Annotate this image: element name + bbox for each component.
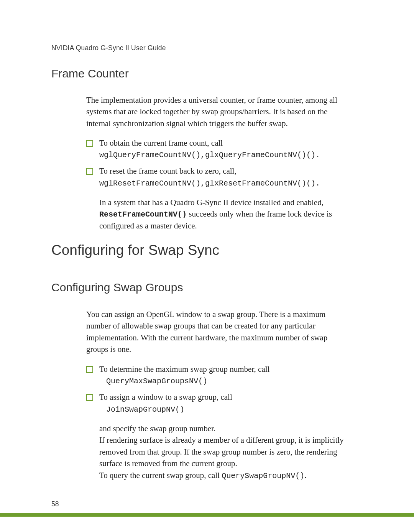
bullet-list: To determine the maximum swap group numb… (86, 363, 351, 415)
bullet-list: To obtain the current frame count, call … (86, 137, 351, 189)
list-item: To obtain the current frame count, call … (86, 137, 351, 161)
page-number-text: 58 (51, 500, 59, 508)
section2-bullets: To determine the maximum swap group numb… (86, 363, 351, 481)
bullet-text: To obtain the current frame count, call (99, 138, 223, 148)
page: NVIDIA Quadro G-Sync II User Guide Frame… (0, 0, 414, 532)
footer-accent-bar (0, 513, 414, 517)
heading-configuring-swap-groups: Configuring Swap Groups (51, 281, 183, 294)
list-item: To reset the frame count back to zero, c… (86, 165, 351, 189)
bullet-code: wglResetFrameCountNV(),glxResetFrameCoun… (99, 178, 351, 189)
heading-text: Configuring for Swap Sync (51, 242, 219, 258)
svg-rect-7 (87, 395, 92, 400)
section1-bullets: To obtain the current frame count, call … (86, 137, 351, 232)
heading-text: Configuring Swap Groups (51, 281, 183, 294)
tail-paragraph: and specify the swap group number. If re… (86, 423, 351, 481)
intro-paragraph: The implementation provides a universal … (86, 94, 351, 129)
tail-line-3-pre: To query the current swap group, call (99, 471, 222, 480)
heading-text: Frame Counter (51, 67, 129, 80)
checkbox-icon (86, 392, 93, 399)
section2-body: You can assign an OpenGL window to a swa… (86, 309, 351, 355)
svg-rect-1 (87, 141, 92, 146)
list-item: To determine the maximum swap group numb… (86, 363, 351, 387)
tail-line-2: If rendering surface is already a member… (99, 434, 351, 469)
note-text-pre: In a system that has a Quadro G-Sync II … (99, 198, 324, 207)
page-number: 58 (51, 500, 59, 508)
bullet-code: QueryMaxSwapGroupsNV() (99, 376, 351, 387)
intro-paragraph: You can assign an OpenGL window to a swa… (86, 309, 351, 355)
list-item: To assign a window to a swap group, call… (86, 391, 351, 415)
svg-rect-5 (87, 367, 92, 372)
bullet-text: To determine the maximum swap group numb… (99, 365, 269, 374)
section1-body: The implementation provides a universal … (86, 94, 351, 129)
tail-line-3-post: . (304, 471, 306, 480)
note-paragraph: In a system that has a Quadro G-Sync II … (86, 197, 351, 232)
checkbox-icon (86, 138, 93, 145)
tail-line-1: and specify the swap group number. (99, 423, 351, 434)
checkbox-icon (86, 166, 93, 173)
note-code: ResetFrameCountNV() (99, 210, 187, 219)
header-title: NVIDIA Quadro G-Sync II User Guide (51, 44, 166, 52)
heading-frame-counter: Frame Counter (51, 67, 129, 80)
svg-rect-3 (87, 169, 92, 174)
running-header: NVIDIA Quadro G-Sync II User Guide (51, 44, 166, 52)
bullet-code: wglQueryFrameCountNV(),glxQueryFrameCoun… (99, 149, 351, 161)
bullet-code: JoinSwapGroupNV() (99, 404, 351, 415)
heading-configuring-swap-sync: Configuring for Swap Sync (51, 242, 219, 258)
tail-line-3-code: QuerySwapGroupNV() (222, 471, 304, 480)
bullet-text: To reset the frame count back to zero, c… (99, 166, 237, 176)
bullet-text: To assign a window to a swap group, call (99, 392, 232, 402)
checkbox-icon (86, 365, 93, 371)
tail-line-3: To query the current swap group, call Qu… (99, 470, 351, 481)
